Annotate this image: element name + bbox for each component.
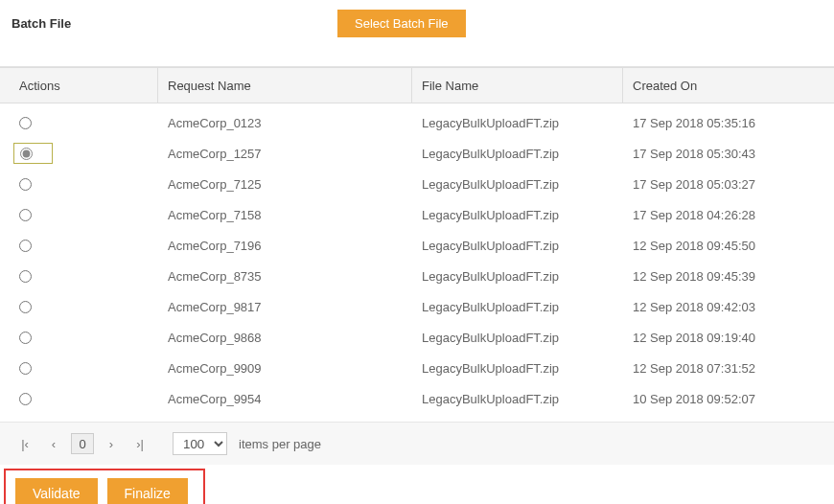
row-actions-cell (0, 199, 158, 230)
table-body: AcmeCorp_0123LegacyBulkUploadFT.zip17 Se… (0, 103, 834, 422)
row-created-on: 12 Sep 2018 09:19:40 (623, 322, 834, 353)
table-row: AcmeCorp_9909LegacyBulkUploadFT.zip12 Se… (0, 353, 834, 383)
row-request-name: AcmeCorp_9954 (158, 383, 412, 414)
row-request-name: AcmeCorp_9909 (158, 353, 412, 383)
row-file-name: LegacyBulkUploadFT.zip (412, 199, 623, 230)
pager-last-button[interactable]: ›| (128, 432, 151, 455)
row-created-on: 10 Sep 2018 09:52:07 (623, 383, 834, 414)
row-select-radio[interactable] (19, 209, 32, 221)
table-row: AcmeCorp_7125LegacyBulkUploadFT.zip17 Se… (0, 169, 834, 199)
row-actions-cell (0, 322, 158, 353)
row-actions-cell (0, 230, 158, 261)
row-created-on: 17 Sep 2018 05:30:43 (623, 138, 834, 169)
table-row: AcmeCorp_0123LegacyBulkUploadFT.zip17 Se… (0, 107, 834, 138)
row-select-radio[interactable] (19, 117, 32, 129)
batch-file-header: Batch File Select Batch File (0, 0, 834, 66)
pager-first-button[interactable]: |‹ (13, 432, 36, 455)
page-size-select[interactable]: 100 (173, 432, 227, 455)
row-actions-cell (0, 138, 158, 169)
column-header-request-name[interactable]: Request Name (158, 68, 412, 103)
finalize-button[interactable]: Finalize (107, 478, 188, 504)
batch-requests-table: Actions Request Name File Name Created O… (0, 66, 834, 422)
row-created-on: 12 Sep 2018 09:42:03 (623, 291, 834, 322)
row-actions-cell (0, 353, 158, 383)
row-file-name: LegacyBulkUploadFT.zip (412, 261, 623, 291)
row-request-name: AcmeCorp_7125 (158, 169, 412, 199)
row-select-radio[interactable] (19, 270, 32, 283)
pager-next-button[interactable]: › (100, 432, 123, 455)
row-select-radio[interactable] (19, 301, 32, 313)
table-row: AcmeCorp_8735LegacyBulkUploadFT.zip12 Se… (0, 261, 834, 291)
selected-row-highlight (13, 143, 53, 164)
batch-file-label: Batch File (12, 16, 337, 31)
row-select-radio[interactable] (19, 178, 32, 191)
last-page-icon: ›| (136, 437, 144, 451)
row-created-on: 12 Sep 2018 09:45:50 (623, 230, 834, 261)
table-row: AcmeCorp_7158LegacyBulkUploadFT.zip17 Se… (0, 199, 834, 230)
next-page-icon: › (109, 437, 113, 451)
column-header-created-on[interactable]: Created On (623, 68, 834, 103)
row-actions-cell (0, 169, 158, 199)
row-select-radio[interactable] (19, 393, 32, 405)
row-file-name: LegacyBulkUploadFT.zip (412, 353, 623, 383)
first-page-icon: |‹ (21, 437, 29, 451)
row-file-name: LegacyBulkUploadFT.zip (412, 322, 623, 353)
table-row: AcmeCorp_1257LegacyBulkUploadFT.zip17 Se… (0, 138, 834, 169)
row-actions-cell (0, 261, 158, 291)
row-actions-cell (0, 107, 158, 138)
row-request-name: AcmeCorp_9868 (158, 322, 412, 353)
row-created-on: 17 Sep 2018 04:26:28 (623, 199, 834, 230)
row-file-name: LegacyBulkUploadFT.zip (412, 383, 623, 414)
row-created-on: 17 Sep 2018 05:35:16 (623, 107, 834, 138)
row-created-on: 12 Sep 2018 07:31:52 (623, 353, 834, 383)
pager-current-page: 0 (71, 433, 94, 454)
row-request-name: AcmeCorp_7158 (158, 199, 412, 230)
pager: |‹ ‹ 0 › ›| 100 items per page (0, 422, 834, 465)
row-request-name: AcmeCorp_8735 (158, 261, 412, 291)
row-request-name: AcmeCorp_9817 (158, 291, 412, 322)
row-select-radio[interactable] (19, 362, 32, 375)
row-request-name: AcmeCorp_0123 (158, 107, 412, 138)
table-header-row: Actions Request Name File Name Created O… (0, 67, 834, 103)
row-request-name: AcmeCorp_1257 (158, 138, 412, 169)
column-header-actions[interactable]: Actions (0, 68, 158, 103)
row-created-on: 17 Sep 2018 05:03:27 (623, 169, 834, 199)
row-created-on: 12 Sep 2018 09:45:39 (623, 261, 834, 291)
row-actions-cell (0, 383, 158, 414)
row-file-name: LegacyBulkUploadFT.zip (412, 230, 623, 261)
row-file-name: LegacyBulkUploadFT.zip (412, 138, 623, 169)
table-row: AcmeCorp_7196LegacyBulkUploadFT.zip12 Se… (0, 230, 834, 261)
table-row: AcmeCorp_9817LegacyBulkUploadFT.zip12 Se… (0, 291, 834, 322)
select-batch-file-button[interactable]: Select Batch File (337, 10, 466, 37)
row-file-name: LegacyBulkUploadFT.zip (412, 169, 623, 199)
action-buttons-highlight: Validate Finalize (4, 469, 205, 504)
table-row: AcmeCorp_9954LegacyBulkUploadFT.zip10 Se… (0, 383, 834, 414)
row-select-radio[interactable] (19, 332, 32, 344)
row-file-name: LegacyBulkUploadFT.zip (412, 107, 623, 138)
row-select-radio[interactable] (20, 148, 33, 160)
table-row: AcmeCorp_9868LegacyBulkUploadFT.zip12 Se… (0, 322, 834, 353)
validate-button[interactable]: Validate (15, 478, 98, 504)
row-select-radio[interactable] (19, 240, 32, 252)
row-file-name: LegacyBulkUploadFT.zip (412, 291, 623, 322)
row-request-name: AcmeCorp_7196 (158, 230, 412, 261)
items-per-page-label: items per page (239, 437, 321, 451)
pager-prev-button[interactable]: ‹ (42, 432, 65, 455)
prev-page-icon: ‹ (52, 437, 56, 451)
column-header-file-name[interactable]: File Name (412, 68, 623, 103)
row-actions-cell (0, 291, 158, 322)
